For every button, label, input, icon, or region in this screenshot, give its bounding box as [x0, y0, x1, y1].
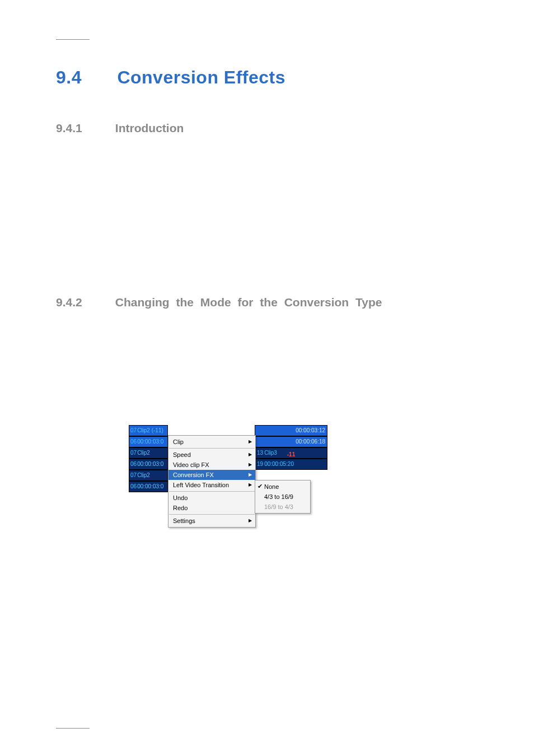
screenshot-context-menu: 07Clip2 (-11)0600:00:03:007Clip20600:00:… — [129, 425, 327, 561]
subsection-1-number: 9.4.1 — [56, 122, 112, 135]
submenu-item-none[interactable]: ✔None — [255, 482, 310, 492]
menu-item-clip[interactable]: Clip▶ — [168, 437, 255, 447]
chevron-right-icon: ▶ — [249, 518, 252, 523]
subsection-1-heading: 9.4.1 Introduction — [56, 122, 478, 135]
subsection-1-title: Introduction — [115, 122, 184, 134]
chevron-right-icon: ▶ — [249, 462, 252, 467]
menu-item-undo[interactable]: Undo — [168, 493, 255, 503]
timeline-cell[interactable]: 1900:00:05:20 — [255, 459, 327, 470]
timeline-left-column: 07Clip2 (-11)0600:00:03:007Clip20600:00:… — [129, 425, 168, 492]
context-menu[interactable]: Clip▶Speed▶Video clip FX▶Conversion FX▶L… — [168, 435, 256, 528]
subsection-2-heading: 9.4.2 Changing the Mode for the Conversi… — [56, 292, 478, 313]
submenu-item-16-9-to-4-3: 16/9 to 4/3 — [255, 502, 310, 512]
chevron-right-icon: ▶ — [249, 472, 252, 477]
chevron-right-icon: ▶ — [249, 482, 252, 487]
section-number: 9.4 — [56, 67, 112, 88]
timeline-cell[interactable]: 07Clip2 (-11) — [129, 425, 168, 436]
menu-item-video-clip-fx[interactable]: Video clip FX▶ — [168, 460, 255, 470]
timeline-cell[interactable]: 0600:00:03:0 — [129, 436, 168, 447]
conversion-fx-submenu[interactable]: ✔None4/3 to 16/916/9 to 4/3 — [255, 480, 311, 514]
timeline-cell[interactable]: 13Clip3-11 — [255, 447, 327, 459]
timeline-cell[interactable]: 00:00:06:18 — [255, 436, 327, 447]
menu-item-redo[interactable]: Redo — [168, 503, 255, 513]
timeline-cell[interactable]: 07Clip2 — [129, 470, 168, 481]
menu-item-settings[interactable]: Settings▶ — [168, 516, 255, 526]
check-icon: ✔ — [257, 483, 264, 490]
menu-item-left-video-transition[interactable]: Left Video Transition▶ — [168, 480, 255, 490]
timeline-cell[interactable]: 00:00:03:12 — [255, 425, 327, 436]
menu-item-conversion-fx[interactable]: Conversion FX▶ — [168, 470, 255, 480]
bottom-rule — [56, 728, 90, 729]
subsection-2-number: 9.4.2 — [56, 292, 112, 313]
submenu-item-4-3-to-16-9[interactable]: 4/3 to 16/9 — [255, 492, 310, 502]
section-heading: 9.4 Conversion Effects — [56, 67, 478, 88]
timeline-cell[interactable]: 0600:00:03:0 — [129, 459, 168, 470]
chevron-right-icon: ▶ — [249, 452, 252, 457]
top-rule — [56, 39, 90, 40]
section-title: Conversion Effects — [117, 67, 285, 87]
timeline-right-column: 00:00:03:1200:00:06:1813Clip3-111900:00:… — [255, 425, 327, 470]
chevron-right-icon: ▶ — [249, 439, 252, 444]
timeline-cell[interactable]: 0600:00:03:0 — [129, 481, 168, 492]
timeline-cell[interactable]: 07Clip2 — [129, 447, 168, 459]
subsection-2-title: Changing the Mode for the Conversion Typ… — [115, 292, 474, 313]
menu-item-speed[interactable]: Speed▶ — [168, 450, 255, 460]
